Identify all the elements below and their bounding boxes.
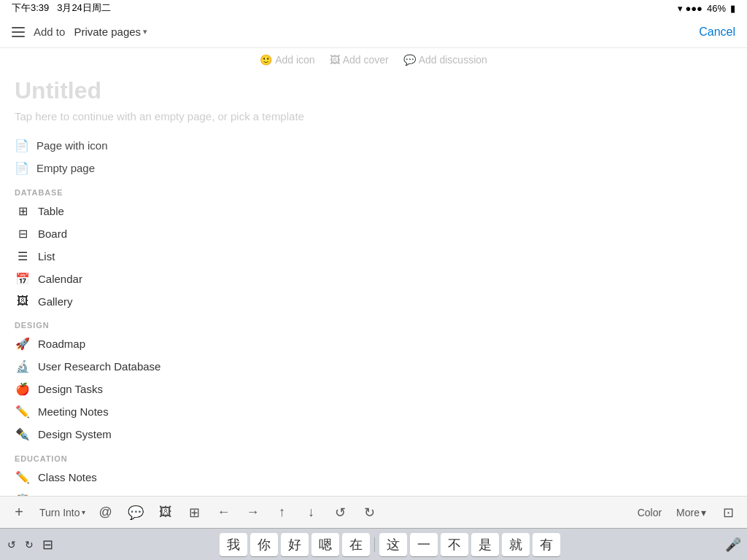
sidebar-item-design-tasks[interactable]: 🍎 Design Tasks — [15, 378, 732, 400]
table-icon: ⊞ — [15, 204, 31, 218]
kb-divider — [374, 537, 375, 552]
monitor-button[interactable]: ⊡ — [715, 500, 741, 525]
list-label: List — [38, 250, 55, 262]
keyboard-redo[interactable]: ↻ — [23, 536, 35, 553]
undo-button[interactable]: ↺ — [328, 500, 354, 525]
kb-char-7[interactable]: 不 — [441, 533, 468, 556]
keyboard-clipboard[interactable]: ⊟ — [41, 534, 55, 556]
battery-bar: ▮ — [730, 3, 735, 14]
add-block-button[interactable]: + — [6, 500, 32, 525]
template-list: 📄 Page with icon 📄 Empty page — [0, 134, 747, 179]
add-icon-button[interactable]: 🙂 Add icon — [260, 54, 314, 66]
template-empty-page[interactable]: 📄 Empty page — [15, 157, 732, 179]
battery-icon: 46% — [707, 3, 726, 14]
comment-button[interactable]: 💬 — [122, 500, 150, 525]
roadmap-icon: 🚀 — [15, 337, 31, 351]
keyboard: ↺ ↻ ⊟ 我 你 好 嗯 在 这 一 不 是 就 有 🎤 — [0, 528, 747, 560]
database-heading: DATABASE — [0, 179, 747, 200]
education-heading: EDUCATION — [0, 446, 747, 466]
page-with-icon-icon: 📄 — [15, 139, 29, 152]
sidebar-item-meeting-notes[interactable]: ✏️ Meeting Notes — [15, 400, 732, 423]
chat-icon: 💬 — [403, 54, 416, 66]
sidebar-item-gallery[interactable]: 🖼 Gallery — [15, 290, 732, 312]
design-tasks-icon: 🍎 — [15, 382, 31, 396]
top-bar: Add to Private pages ▾ Cancel — [0, 16, 747, 48]
sidebar-item-class-notes[interactable]: ✏️ Class Notes — [15, 466, 732, 489]
template-empty-page-label: Empty page — [36, 162, 95, 174]
design-system-label: Design System — [38, 428, 112, 440]
turn-into-button[interactable]: Turn Into ▾ — [35, 507, 90, 518]
meeting-notes-icon: ✏️ — [15, 405, 31, 419]
menu-icon[interactable] — [12, 27, 25, 37]
sidebar-item-design-system[interactable]: ✒️ Design System — [15, 423, 732, 446]
meeting-notes-label: Meeting Notes — [38, 405, 109, 418]
kb-char-0[interactable]: 我 — [220, 533, 247, 556]
sidebar-item-list[interactable]: ☰ List — [15, 245, 732, 268]
education-section: ✏️ Class Notes 📋 Job Applications ⚖️ Gra… — [0, 466, 747, 496]
bottom-toolbar: + Turn Into ▾ @ 💬 🖼 ⊞ ← → ↑ ↓ ↺ ↻ Color … — [0, 496, 747, 528]
arrow-up-button[interactable]: ↑ — [269, 500, 295, 525]
more-chevron: ▾ — [701, 507, 706, 518]
template-page-with-icon[interactable]: 📄 Page with icon — [15, 134, 732, 157]
class-notes-icon: ✏️ — [15, 470, 31, 484]
kb-char-5[interactable]: 这 — [379, 533, 407, 556]
sidebar-item-roadmap[interactable]: 🚀 Roadmap — [15, 332, 732, 355]
status-time: 下午3:39 — [12, 2, 49, 13]
kb-char-6[interactable]: 一 — [410, 533, 438, 556]
table-insert-button[interactable]: ⊞ — [182, 500, 208, 525]
color-button[interactable]: Color — [632, 507, 667, 518]
sidebar-item-table[interactable]: ⊞ Table — [15, 200, 732, 222]
kb-char-2[interactable]: 好 — [281, 533, 309, 556]
arrow-right-button[interactable]: → — [240, 500, 266, 525]
database-section: ⊞ Table ⊟ Board ☰ List 📅 Calendar 🖼 Gall… — [0, 200, 747, 312]
private-pages-label: Private pages — [74, 26, 141, 38]
image-insert-button[interactable]: 🖼 — [152, 500, 179, 525]
arrow-down-button[interactable]: ↓ — [298, 500, 325, 525]
wifi-icon: ▾ ●●● — [678, 3, 703, 14]
empty-page-icon: 📄 — [15, 161, 29, 175]
gallery-icon: 🖼 — [15, 295, 31, 308]
kb-char-3[interactable]: 嗯 — [311, 533, 339, 556]
arrow-left-button[interactable]: ← — [211, 500, 237, 525]
gallery-label: Gallery — [38, 295, 73, 308]
kb-char-10[interactable]: 有 — [533, 533, 560, 556]
sidebar-item-job-applications[interactable]: 📋 Job Applications — [15, 489, 732, 496]
status-date: 3月24日周二 — [57, 2, 111, 13]
turn-into-label: Turn Into — [39, 507, 80, 518]
sidebar-item-user-research[interactable]: 🔬 User Research Database — [15, 355, 732, 378]
sidebar-item-calendar[interactable]: 📅 Calendar — [15, 268, 732, 290]
tap-hint[interactable]: Tap here to continue with an empty page,… — [0, 107, 747, 134]
keyboard-right: 🎤 — [725, 537, 741, 553]
page-title[interactable]: Untitled — [0, 71, 747, 107]
keyboard-left: ↺ ↻ ⊟ — [6, 534, 55, 556]
status-bar: 下午3:39 3月24日周二 ▾ ●●● 46% ▮ — [0, 0, 747, 16]
keyboard-undo[interactable]: ↺ — [6, 536, 18, 553]
status-icons: ▾ ●●● 46% ▮ — [678, 3, 735, 14]
calendar-label: Calendar — [38, 273, 82, 285]
user-research-label: User Research Database — [38, 360, 160, 373]
mic-button[interactable]: 🎤 — [725, 537, 741, 553]
redo-button[interactable]: ↻ — [357, 500, 383, 525]
kb-char-1[interactable]: 你 — [250, 533, 278, 556]
add-discussion-button[interactable]: 💬 Add discussion — [403, 54, 487, 66]
main-area: 🙂 Add icon 🖼 Add cover 💬 Add discussion … — [0, 48, 747, 496]
kb-char-8[interactable]: 是 — [471, 533, 499, 556]
cancel-button[interactable]: Cancel — [699, 26, 735, 39]
design-heading: DESIGN — [0, 312, 747, 332]
mention-button[interactable]: @ — [93, 500, 119, 525]
sidebar-item-board[interactable]: ⊟ Board — [15, 222, 732, 245]
list-icon: ☰ — [15, 249, 31, 263]
design-section: 🚀 Roadmap 🔬 User Research Database 🍎 Des… — [0, 332, 747, 446]
image-icon: 🖼 — [330, 54, 340, 66]
add-cover-button[interactable]: 🖼 Add cover — [330, 54, 389, 66]
kb-char-9[interactable]: 就 — [502, 533, 530, 556]
template-page-with-icon-label: Page with icon — [36, 139, 108, 152]
kb-char-4[interactable]: 在 — [342, 533, 370, 556]
calendar-icon: 📅 — [15, 272, 31, 286]
more-button[interactable]: More ▾ — [670, 507, 712, 518]
user-research-icon: 🔬 — [15, 359, 31, 373]
private-pages-button[interactable]: Private pages ▾ — [74, 26, 147, 38]
add-to-button[interactable]: Add to — [34, 26, 65, 38]
class-notes-label: Class Notes — [38, 471, 97, 483]
turn-into-chevron: ▾ — [82, 508, 85, 516]
